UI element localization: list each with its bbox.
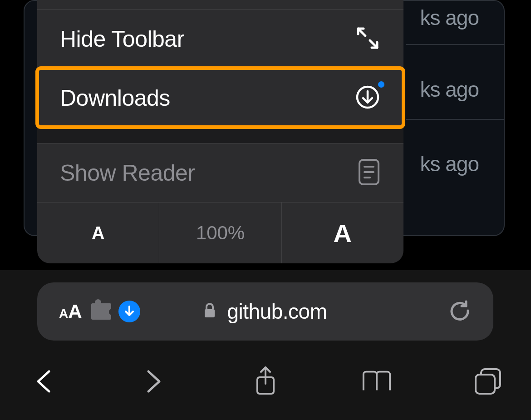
- address-bar-left: AA: [59, 301, 140, 322]
- back-button[interactable]: [27, 366, 59, 397]
- downloads-item[interactable]: Downloads: [37, 68, 403, 127]
- divider: [406, 44, 504, 45]
- large-a-icon: A: [68, 301, 82, 322]
- svg-rect-9: [205, 309, 215, 317]
- zoom-out-button[interactable]: A: [37, 203, 159, 263]
- address-bar-right: [449, 300, 471, 323]
- popover-top-spacer: [37, 0, 403, 9]
- timestamp-text: ks ago: [420, 152, 479, 176]
- url-text: github.com: [227, 299, 327, 324]
- zoom-in-button[interactable]: A: [281, 203, 403, 263]
- bookmarks-button[interactable]: [361, 366, 393, 397]
- expand-arrows-icon: [355, 26, 380, 52]
- reload-button[interactable]: [449, 300, 471, 323]
- zoom-row: A 100% A: [37, 202, 403, 263]
- show-reader-item: Show Reader: [37, 143, 403, 202]
- tabs-button[interactable]: [472, 366, 504, 397]
- reader-icon: [358, 158, 380, 188]
- svg-rect-13: [476, 375, 495, 394]
- divider: [406, 119, 504, 120]
- address-bar[interactable]: AA github.com: [37, 282, 493, 341]
- popover-separator: [37, 127, 403, 143]
- text-size-button[interactable]: AA: [59, 301, 82, 322]
- bottom-toolbar: [0, 356, 531, 406]
- small-a-icon: A: [92, 223, 105, 243]
- download-circle-icon: [355, 85, 380, 111]
- forward-button[interactable]: [138, 366, 170, 397]
- zoom-level[interactable]: 100%: [159, 203, 281, 263]
- timestamp-text: ks ago: [420, 77, 479, 102]
- hide-toolbar-item[interactable]: Hide Toolbar: [37, 9, 403, 68]
- menu-item-label: Hide Toolbar: [60, 26, 184, 52]
- extension-icon[interactable]: [91, 303, 111, 320]
- page-settings-popover: Hide Toolbar Downloads Show Reader: [37, 0, 403, 263]
- zoom-value: 100%: [196, 222, 245, 244]
- download-badge-icon: [378, 81, 384, 88]
- lock-icon: [203, 302, 216, 321]
- timestamp-text: ks ago: [420, 5, 479, 30]
- downloads-button[interactable]: [118, 301, 140, 322]
- menu-item-label: Downloads: [60, 85, 170, 111]
- share-button[interactable]: [250, 366, 281, 397]
- small-a-icon: A: [59, 306, 68, 321]
- menu-item-label: Show Reader: [60, 160, 195, 186]
- large-a-icon: A: [334, 218, 352, 248]
